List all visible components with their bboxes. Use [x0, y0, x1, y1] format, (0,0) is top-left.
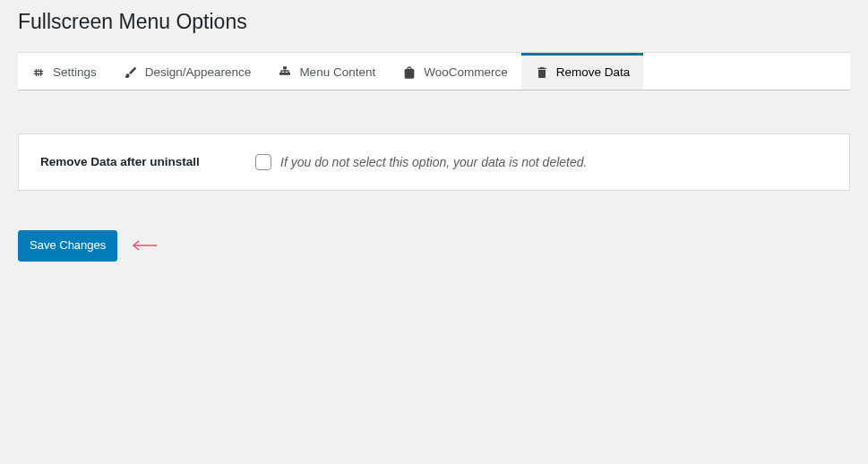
brush-icon [124, 65, 138, 80]
trash-icon [535, 65, 549, 80]
tab-label: Menu Content [299, 65, 375, 79]
tab-menu-content[interactable]: Menu Content [264, 53, 389, 90]
save-changes-button[interactable]: Save Changes [18, 230, 117, 262]
tab-woocommerce[interactable]: WooCommerce [389, 53, 521, 90]
remove-data-checkbox[interactable] [255, 154, 271, 170]
remove-data-label: Remove Data after uninstall [40, 155, 255, 168]
submit-row: Save Changes [18, 230, 850, 262]
settings-icon [31, 65, 46, 80]
tab-design[interactable]: Design/Appearence [110, 53, 265, 90]
tab-label: Design/Appearence [145, 65, 252, 79]
tab-label: Settings [53, 65, 97, 79]
tab-remove-data[interactable]: Remove Data [521, 53, 644, 90]
admin-tabs: Settings Design/Appearence Menu Content … [18, 52, 850, 90]
tab-settings[interactable]: Settings [18, 53, 110, 90]
arrow-annotation-icon [130, 239, 157, 252]
settings-panel: Remove Data after uninstall If you do no… [18, 133, 850, 191]
page-title: Fullscreen Menu Options [18, 9, 850, 36]
bag-icon [402, 65, 417, 80]
form-row-remove-data: Remove Data after uninstall If you do no… [40, 154, 828, 170]
sitemap-icon [278, 65, 292, 80]
tab-label: Remove Data [556, 65, 631, 79]
tab-label: WooCommerce [424, 65, 508, 79]
remove-data-description: If you do not select this option, your d… [280, 155, 587, 169]
